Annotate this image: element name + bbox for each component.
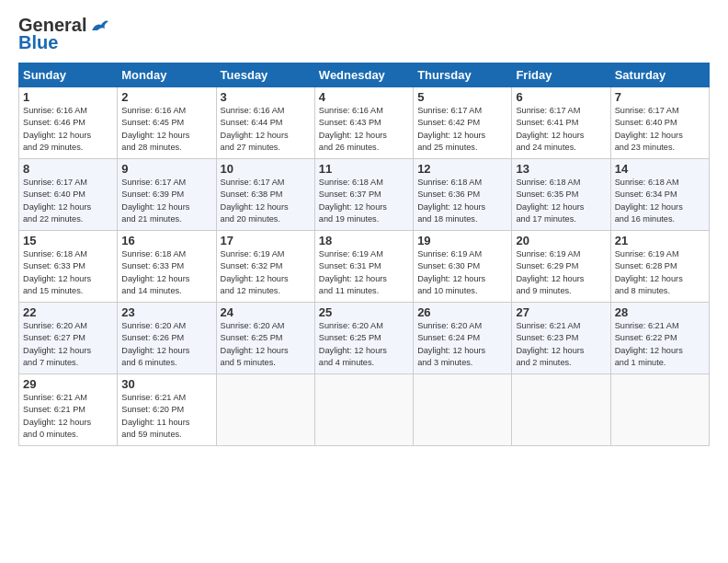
day-info: Sunrise: 6:19 AMSunset: 6:30 PMDaylight:… [417, 248, 507, 297]
calendar-cell: 11Sunrise: 6:18 AMSunset: 6:37 PMDayligh… [314, 159, 413, 231]
day-number: 27 [516, 305, 606, 319]
day-info: Sunrise: 6:17 AMSunset: 6:41 PMDaylight:… [516, 105, 606, 154]
calendar-cell: 12Sunrise: 6:18 AMSunset: 6:36 PMDayligh… [414, 159, 512, 231]
logo-bird-icon [88, 17, 108, 34]
day-header-thursday: Thursday [414, 63, 512, 87]
calendar-cell: 15Sunrise: 6:18 AMSunset: 6:33 PMDayligh… [19, 231, 118, 303]
day-number: 11 [319, 162, 409, 176]
calendar-cell: 18Sunrise: 6:19 AMSunset: 6:31 PMDayligh… [314, 231, 413, 303]
day-number: 3 [221, 90, 311, 104]
day-info: Sunrise: 6:18 AMSunset: 6:35 PMDaylight:… [516, 177, 606, 225]
calendar-cell: 9Sunrise: 6:17 AMSunset: 6:39 PMDaylight… [118, 159, 216, 231]
day-info: Sunrise: 6:16 AMSunset: 6:43 PMDaylight:… [319, 105, 409, 154]
day-info: Sunrise: 6:20 AMSunset: 6:25 PMDaylight:… [319, 320, 409, 369]
calendar-cell: 23Sunrise: 6:20 AMSunset: 6:26 PMDayligh… [118, 303, 216, 374]
calendar-cell [216, 374, 314, 446]
day-number: 21 [615, 234, 705, 247]
day-number: 8 [23, 162, 113, 176]
calendar-cell: 30Sunrise: 6:21 AMSunset: 6:20 PMDayligh… [118, 374, 216, 446]
calendar-cell: 19Sunrise: 6:19 AMSunset: 6:30 PMDayligh… [414, 231, 512, 303]
day-number: 14 [615, 162, 705, 176]
day-info: Sunrise: 6:21 AMSunset: 6:20 PMDaylight:… [121, 392, 211, 441]
day-info: Sunrise: 6:17 AMSunset: 6:39 PMDaylight:… [121, 177, 211, 225]
day-number: 12 [417, 162, 507, 176]
day-info: Sunrise: 6:21 AMSunset: 6:21 PMDaylight:… [23, 392, 113, 441]
day-info: Sunrise: 6:20 AMSunset: 6:27 PMDaylight:… [23, 320, 113, 369]
logo: General Blue [18, 15, 108, 53]
day-number: 26 [417, 305, 507, 319]
calendar-cell: 1Sunrise: 6:16 AMSunset: 6:46 PMDaylight… [19, 87, 118, 159]
logo-blue: Blue [18, 32, 58, 53]
calendar-cell: 17Sunrise: 6:19 AMSunset: 6:32 PMDayligh… [216, 231, 314, 303]
day-info: Sunrise: 6:18 AMSunset: 6:34 PMDaylight:… [615, 177, 705, 225]
calendar-cell: 21Sunrise: 6:19 AMSunset: 6:28 PMDayligh… [610, 231, 709, 303]
day-header-friday: Friday [512, 63, 610, 87]
day-number: 6 [516, 90, 606, 104]
day-number: 10 [221, 162, 311, 176]
day-number: 23 [121, 305, 211, 319]
calendar-cell: 13Sunrise: 6:18 AMSunset: 6:35 PMDayligh… [512, 159, 610, 231]
day-number: 18 [319, 234, 409, 247]
day-info: Sunrise: 6:19 AMSunset: 6:28 PMDaylight:… [615, 248, 705, 297]
day-info: Sunrise: 6:16 AMSunset: 6:44 PMDaylight:… [221, 105, 311, 154]
day-info: Sunrise: 6:17 AMSunset: 6:40 PMDaylight:… [23, 177, 113, 225]
day-info: Sunrise: 6:21 AMSunset: 6:22 PMDaylight:… [615, 320, 705, 369]
day-info: Sunrise: 6:16 AMSunset: 6:45 PMDaylight:… [121, 105, 211, 154]
day-info: Sunrise: 6:16 AMSunset: 6:46 PMDaylight:… [23, 105, 113, 154]
day-number: 4 [319, 90, 409, 104]
day-number: 29 [23, 377, 113, 391]
day-info: Sunrise: 6:18 AMSunset: 6:37 PMDaylight:… [319, 177, 409, 225]
calendar-cell: 16Sunrise: 6:18 AMSunset: 6:33 PMDayligh… [118, 231, 216, 303]
day-info: Sunrise: 6:18 AMSunset: 6:33 PMDaylight:… [23, 248, 113, 297]
day-number: 22 [23, 305, 113, 319]
calendar-cell: 7Sunrise: 6:17 AMSunset: 6:40 PMDaylight… [610, 87, 709, 159]
calendar-cell: 3Sunrise: 6:16 AMSunset: 6:44 PMDaylight… [216, 87, 314, 159]
calendar-cell: 4Sunrise: 6:16 AMSunset: 6:43 PMDaylight… [314, 87, 413, 159]
day-info: Sunrise: 6:17 AMSunset: 6:40 PMDaylight:… [615, 105, 705, 154]
calendar-cell: 27Sunrise: 6:21 AMSunset: 6:23 PMDayligh… [512, 303, 610, 374]
day-header-sunday: Sunday [19, 63, 118, 87]
day-header-wednesday: Wednesday [314, 63, 413, 87]
day-info: Sunrise: 6:17 AMSunset: 6:42 PMDaylight:… [417, 105, 507, 154]
day-header-monday: Monday [118, 63, 216, 87]
day-number: 9 [121, 162, 211, 176]
calendar-cell: 28Sunrise: 6:21 AMSunset: 6:22 PMDayligh… [610, 303, 709, 374]
day-number: 16 [121, 234, 211, 247]
day-info: Sunrise: 6:20 AMSunset: 6:25 PMDaylight:… [221, 320, 311, 369]
day-number: 13 [516, 162, 606, 176]
day-info: Sunrise: 6:21 AMSunset: 6:23 PMDaylight:… [516, 320, 606, 369]
calendar-cell: 24Sunrise: 6:20 AMSunset: 6:25 PMDayligh… [216, 303, 314, 374]
day-info: Sunrise: 6:19 AMSunset: 6:32 PMDaylight:… [221, 248, 311, 297]
day-number: 1 [23, 90, 113, 104]
day-info: Sunrise: 6:20 AMSunset: 6:26 PMDaylight:… [121, 320, 211, 369]
day-number: 15 [23, 234, 113, 247]
day-number: 5 [417, 90, 507, 104]
calendar-cell: 10Sunrise: 6:17 AMSunset: 6:38 PMDayligh… [216, 159, 314, 231]
day-info: Sunrise: 6:19 AMSunset: 6:31 PMDaylight:… [319, 248, 409, 297]
day-header-tuesday: Tuesday [216, 63, 314, 87]
day-info: Sunrise: 6:18 AMSunset: 6:36 PMDaylight:… [417, 177, 507, 225]
day-info: Sunrise: 6:18 AMSunset: 6:33 PMDaylight:… [121, 248, 211, 297]
day-number: 28 [615, 305, 705, 319]
calendar-cell: 20Sunrise: 6:19 AMSunset: 6:29 PMDayligh… [512, 231, 610, 303]
day-number: 2 [121, 90, 211, 104]
day-number: 20 [516, 234, 606, 247]
day-number: 30 [121, 377, 211, 391]
day-number: 17 [221, 234, 311, 247]
calendar-cell: 29Sunrise: 6:21 AMSunset: 6:21 PMDayligh… [19, 374, 118, 446]
calendar-cell: 25Sunrise: 6:20 AMSunset: 6:25 PMDayligh… [314, 303, 413, 374]
day-info: Sunrise: 6:17 AMSunset: 6:38 PMDaylight:… [221, 177, 311, 225]
day-number: 25 [319, 305, 409, 319]
calendar-cell [414, 374, 512, 446]
calendar-cell [314, 374, 413, 446]
day-info: Sunrise: 6:20 AMSunset: 6:24 PMDaylight:… [417, 320, 507, 369]
day-header-saturday: Saturday [610, 63, 709, 87]
calendar-table: SundayMondayTuesdayWednesdayThursdayFrid… [18, 63, 710, 446]
day-info: Sunrise: 6:19 AMSunset: 6:29 PMDaylight:… [516, 248, 606, 297]
calendar-cell: 2Sunrise: 6:16 AMSunset: 6:45 PMDaylight… [118, 87, 216, 159]
calendar-cell [512, 374, 610, 446]
day-number: 7 [615, 90, 705, 104]
calendar-cell [610, 374, 709, 446]
calendar-cell: 26Sunrise: 6:20 AMSunset: 6:24 PMDayligh… [414, 303, 512, 374]
calendar-cell: 8Sunrise: 6:17 AMSunset: 6:40 PMDaylight… [19, 159, 118, 231]
